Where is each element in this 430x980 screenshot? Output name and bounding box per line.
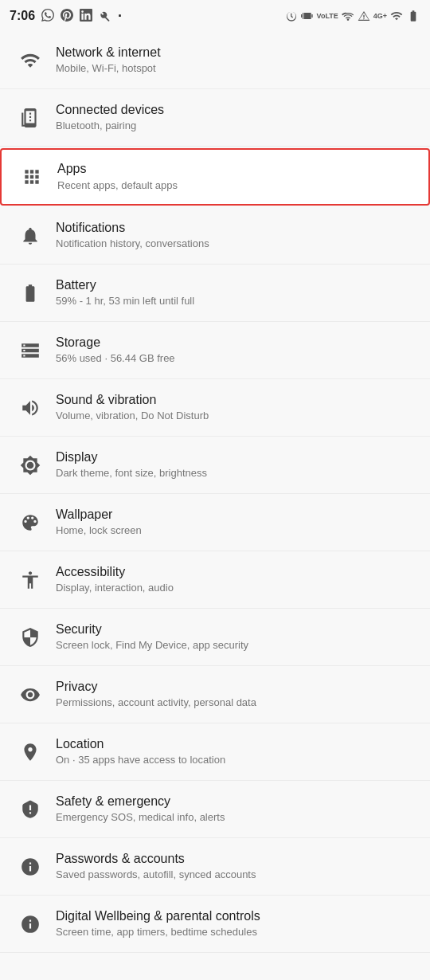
- privacy-title: Privacy: [56, 679, 417, 696]
- sound-title: Sound & vibration: [56, 392, 417, 409]
- vibrate-icon: [301, 10, 314, 22]
- status-left: 7:06 ·: [10, 9, 122, 24]
- security-icon: [13, 627, 48, 648]
- settings-item-apps[interactable]: Apps Recent apps, default apps: [0, 148, 430, 206]
- network-icon: [13, 50, 48, 71]
- passwords-subtitle: Saved passwords, autofill, synced accoun…: [56, 868, 417, 882]
- whatsapp-icon: [41, 9, 54, 24]
- network-title: Network & internet: [56, 45, 417, 61]
- dot-icon: ·: [118, 9, 122, 23]
- storage-subtitle: 56% used · 56.44 GB free: [56, 352, 417, 366]
- settings-item-notifications[interactable]: Notifications Notification history, conv…: [0, 207, 430, 265]
- 4g-icon: 4G+: [373, 12, 387, 20]
- battery-icon: [406, 10, 420, 22]
- signal-icon: [358, 10, 370, 22]
- network-subtitle: Mobile, Wi-Fi, hotspot: [56, 62, 417, 76]
- settings-item-location[interactable]: Location On · 35 apps have access to loc…: [0, 723, 430, 781]
- sound-subtitle: Volume, vibration, Do Not Disturb: [56, 410, 417, 423]
- status-right: VoLTE 4G+: [285, 10, 420, 22]
- security-subtitle: Screen lock, Find My Device, app securit…: [56, 639, 417, 653]
- connected-subtitle: Bluetooth, pairing: [56, 120, 417, 133]
- volte-icon: VoLTE: [317, 13, 338, 20]
- notifications-title: Notifications: [56, 220, 417, 237]
- apps-subtitle: Recent apps, default apps: [57, 179, 416, 193]
- location-icon: [13, 742, 48, 762]
- wellbeing-icon: [13, 914, 48, 935]
- linkedin-icon: [80, 9, 92, 24]
- safety-subtitle: Emergency SOS, medical info, alerts: [56, 811, 417, 825]
- location-title: Location: [56, 736, 417, 753]
- tools-icon: [99, 9, 111, 24]
- connected-devices-icon: [13, 108, 48, 128]
- status-time: 7:06: [10, 9, 35, 23]
- storage-icon: [13, 340, 48, 361]
- wallpaper-title: Wallpaper: [56, 507, 417, 523]
- wifi-status-icon: [390, 10, 403, 22]
- settings-item-wallpaper[interactable]: Wallpaper Home, lock screen: [0, 494, 430, 551]
- settings-item-accessibility[interactable]: Accessibility Display, interaction, audi…: [0, 551, 430, 609]
- notifications-subtitle: Notification history, conversations: [56, 237, 417, 251]
- settings-item-security[interactable]: Security Screen lock, Find My Device, ap…: [0, 609, 430, 666]
- passwords-icon: [13, 857, 48, 877]
- storage-title: Storage: [56, 335, 417, 351]
- wellbeing-title: Digital Wellbeing & parental controls: [56, 908, 417, 925]
- privacy-icon: [13, 684, 48, 705]
- accessibility-title: Accessibility: [56, 564, 417, 581]
- alarm-icon: [285, 10, 298, 22]
- snapchat-icon: [61, 9, 73, 24]
- notifications-icon: [13, 225, 48, 246]
- wallpaper-subtitle: Home, lock screen: [56, 524, 417, 538]
- settings-item-storage[interactable]: Storage 56% used · 56.44 GB free: [0, 322, 430, 379]
- sound-icon: [13, 398, 48, 418]
- battery-title: Battery: [56, 277, 417, 294]
- display-icon: [13, 455, 48, 476]
- wallpaper-icon: [13, 512, 48, 533]
- connected-title: Connected devices: [56, 102, 417, 119]
- safety-title: Safety & emergency: [56, 794, 417, 810]
- display-subtitle: Dark theme, font size, brightness: [56, 467, 417, 480]
- battery-settings-icon: [13, 283, 48, 304]
- settings-item-connected[interactable]: Connected devices Bluetooth, pairing: [0, 89, 430, 147]
- settings-item-sound[interactable]: Sound & vibration Volume, vibration, Do …: [0, 379, 430, 437]
- privacy-subtitle: Permissions, account activity, personal …: [56, 696, 417, 710]
- wellbeing-subtitle: Screen time, app timers, bedtime schedul…: [56, 926, 417, 939]
- hotspot-icon: [342, 10, 354, 22]
- settings-item-battery[interactable]: Battery 59% - 1 hr, 53 min left until fu…: [0, 265, 430, 322]
- settings-item-privacy[interactable]: Privacy Permissions, account activity, p…: [0, 666, 430, 723]
- battery-subtitle: 59% - 1 hr, 53 min left until full: [56, 295, 417, 308]
- settings-item-passwords[interactable]: Passwords & accounts Saved passwords, au…: [0, 838, 430, 896]
- settings-item-network[interactable]: Network & internet Mobile, Wi-Fi, hotspo…: [0, 32, 430, 89]
- settings-list: Network & internet Mobile, Wi-Fi, hotspo…: [0, 32, 430, 953]
- status-bar: 7:06 · VoLTE 4G+: [0, 0, 430, 32]
- security-title: Security: [56, 621, 417, 638]
- display-title: Display: [56, 449, 417, 466]
- accessibility-icon: [13, 570, 48, 590]
- apps-title: Apps: [57, 161, 416, 178]
- settings-item-wellbeing[interactable]: Digital Wellbeing & parental controls Sc…: [0, 896, 430, 953]
- location-subtitle: On · 35 apps have access to location: [56, 754, 417, 767]
- accessibility-subtitle: Display, interaction, audio: [56, 582, 417, 595]
- settings-item-display[interactable]: Display Dark theme, font size, brightnes…: [0, 437, 430, 494]
- settings-item-safety[interactable]: Safety & emergency Emergency SOS, medica…: [0, 781, 430, 838]
- passwords-title: Passwords & accounts: [56, 851, 417, 868]
- safety-icon: [13, 799, 48, 820]
- apps-icon: [14, 167, 49, 187]
